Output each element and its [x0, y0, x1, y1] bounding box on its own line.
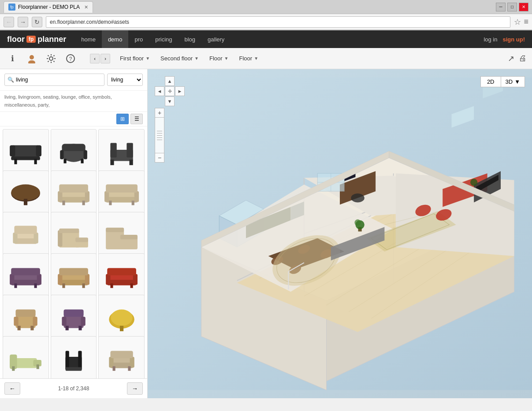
- list-item[interactable]: [98, 129, 145, 175]
- list-item[interactable]: [3, 212, 49, 258]
- list-item[interactable]: [3, 253, 49, 300]
- title-bar: fp Floorplanner - DEMO PLA ✕ ─ □ ✕: [0, 0, 532, 14]
- user-tool[interactable]: [25, 52, 39, 66]
- svg-rect-34: [104, 191, 109, 202]
- search-input-wrap[interactable]: 🔍: [4, 74, 104, 86]
- svg-point-2: [49, 57, 53, 60]
- list-item[interactable]: [98, 336, 145, 378]
- list-item[interactable]: [3, 129, 49, 175]
- 2d-mode-btn[interactable]: 2D: [480, 76, 501, 87]
- page-info: 1-18 of 2,348: [58, 385, 89, 392]
- pan-right-btn[interactable]: ►: [175, 86, 185, 96]
- svg-rect-47: [59, 229, 79, 233]
- svg-rect-40: [15, 239, 37, 244]
- floor-tab-third[interactable]: Floor ▼: [205, 53, 233, 63]
- settings-tool[interactable]: [44, 52, 58, 66]
- svg-rect-18: [110, 143, 116, 158]
- tag-cloud: living, livingroom, seating, lounge, off…: [0, 91, 147, 112]
- svg-rect-95: [66, 351, 69, 370]
- nav-gallery[interactable]: gallery: [201, 30, 231, 48]
- pan-left-btn[interactable]: ◄: [155, 86, 164, 96]
- reload-btn[interactable]: ↻: [32, 17, 42, 27]
- zoom-out-btn[interactable]: −: [155, 153, 164, 163]
- back-btn[interactable]: ←: [4, 17, 14, 27]
- tab-close-btn[interactable]: ✕: [84, 4, 88, 10]
- close-btn[interactable]: ✕: [519, 3, 528, 11]
- svg-rect-43: [15, 226, 37, 234]
- menu-icon[interactable]: ≡: [524, 17, 528, 26]
- floor-nav: ‹ ›: [90, 54, 110, 63]
- view-toggles: ⊞ ☰: [0, 112, 147, 126]
- next-page-btn[interactable]: →: [127, 382, 143, 395]
- zoom-tick: [157, 133, 162, 133]
- title-bar-controls: ─ □ ✕: [496, 3, 528, 11]
- grid-view-btn[interactable]: ⊞: [116, 114, 129, 124]
- 3d-mode-btn[interactable]: 3D ▼: [501, 76, 525, 87]
- minimize-btn[interactable]: ─: [496, 3, 506, 11]
- browser-tab[interactable]: fp Floorplanner - DEMO PLA ✕: [4, 1, 93, 13]
- list-item[interactable]: [98, 253, 145, 300]
- info-tool[interactable]: ℹ: [5, 52, 19, 66]
- floor-tab-fourth[interactable]: Floor ▼: [235, 53, 263, 63]
- floor-plan-3d[interactable]: [148, 69, 532, 398]
- logo-text-floor: floor: [7, 35, 25, 44]
- list-item[interactable]: [51, 212, 97, 258]
- list-item[interactable]: [51, 295, 97, 341]
- print-icon[interactable]: 🖨: [519, 54, 527, 63]
- list-item[interactable]: [51, 170, 97, 217]
- floor-tab-second[interactable]: Second floor ▼: [156, 53, 203, 63]
- nav-demo[interactable]: demo: [102, 30, 129, 48]
- pan-up-btn[interactable]: ▲: [165, 76, 175, 86]
- svg-point-87: [111, 310, 132, 326]
- search-input[interactable]: [16, 77, 101, 83]
- share-icon[interactable]: ↗: [508, 54, 514, 63]
- list-item[interactable]: [3, 295, 49, 341]
- floor-tab-first[interactable]: First floor ▼: [115, 53, 154, 63]
- svg-rect-84: [66, 326, 69, 330]
- svg-rect-37: [109, 201, 112, 205]
- nav-pricing[interactable]: pricing: [149, 30, 178, 48]
- floor-tab-third-label: Floor: [209, 55, 223, 62]
- list-item[interactable]: [51, 336, 97, 378]
- help-tool[interactable]: ?: [63, 52, 78, 66]
- list-item[interactable]: [98, 212, 145, 258]
- svg-rect-8: [34, 159, 37, 164]
- nav-blog[interactable]: blog: [179, 30, 202, 48]
- list-item[interactable]: [51, 253, 97, 300]
- category-select[interactable]: living kitchen bedroom office bathroom: [107, 74, 143, 86]
- svg-rect-85: [78, 326, 82, 330]
- forward-btn[interactable]: →: [18, 17, 28, 27]
- list-view-btn[interactable]: ☰: [130, 114, 143, 124]
- pan-down-btn[interactable]: ▼: [165, 96, 175, 106]
- svg-rect-78: [18, 326, 21, 330]
- prev-page-btn[interactable]: ←: [4, 382, 20, 395]
- list-item[interactable]: [51, 129, 97, 175]
- zoom-in-btn[interactable]: +: [155, 108, 164, 118]
- floor-prev-btn[interactable]: ‹: [90, 54, 100, 63]
- maximize-btn[interactable]: □: [507, 3, 517, 11]
- nav-pro[interactable]: pro: [128, 30, 149, 48]
- canvas-area[interactable]: ▲ ◄ ✛ ► ▼ + −: [148, 69, 532, 398]
- url-field[interactable]: en.floorplanner.com/demo#assets: [46, 16, 510, 28]
- bookmark-icon[interactable]: ☆: [514, 17, 521, 27]
- svg-rect-51: [106, 228, 124, 232]
- list-item[interactable]: [98, 170, 145, 217]
- svg-rect-77: [16, 310, 36, 317]
- signup-link[interactable]: sign up!: [502, 36, 525, 43]
- floor-tab-third-arrow: ▼: [224, 56, 229, 61]
- list-item[interactable]: [3, 336, 49, 378]
- pan-center-btn[interactable]: ✛: [165, 86, 175, 96]
- zoom-slider[interactable]: [155, 118, 164, 153]
- list-item[interactable]: [98, 295, 145, 341]
- svg-rect-73: [130, 284, 133, 288]
- nav-home[interactable]: home: [75, 30, 102, 48]
- login-link[interactable]: log in: [484, 36, 497, 43]
- svg-rect-93: [37, 365, 39, 369]
- view-mode-toggle: 2D 3D ▼: [480, 76, 525, 87]
- nav-right: log in sign up!: [484, 36, 525, 43]
- svg-rect-88: [120, 326, 123, 331]
- floor-next-btn[interactable]: ›: [100, 54, 110, 63]
- 3d-label: 3D: [506, 78, 513, 85]
- list-item[interactable]: [3, 170, 49, 217]
- svg-rect-75: [14, 317, 19, 326]
